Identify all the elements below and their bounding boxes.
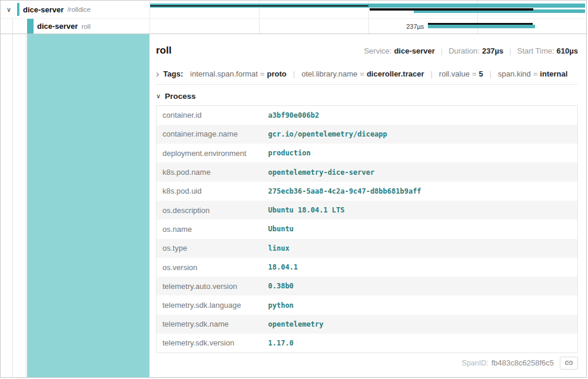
span-operation-name[interactable]: /rolldice bbox=[67, 6, 91, 13]
spanid-label: SpanID: bbox=[462, 359, 489, 367]
separator: | bbox=[490, 69, 491, 78]
span-name-column[interactable]: ∨ dice-server /rolldice bbox=[1, 1, 150, 18]
timeline-area bbox=[150, 1, 586, 18]
process-value: Ubuntu 18.04.1 LTS bbox=[263, 201, 578, 220]
detail-header: roll Service:dice-server|Duration:237µs|… bbox=[156, 45, 578, 60]
separator: | bbox=[430, 69, 432, 78]
process-key: telemetry.sdk.version bbox=[157, 334, 263, 353]
process-key: deployment.environment bbox=[157, 144, 263, 162]
table-row: telemetry.auto.version0.38b0 bbox=[157, 277, 578, 295]
tag-item: internal.span.format=proto bbox=[190, 69, 287, 78]
process-value: python bbox=[263, 295, 578, 314]
process-key: os.description bbox=[157, 201, 263, 220]
span-row-roll[interactable]: dice-server roll 237µs bbox=[1, 19, 586, 34]
process-value: 275ecb36-5aa8-4c2a-9c47-d8bb681b9aff bbox=[263, 182, 578, 201]
process-key: container.image.name bbox=[157, 125, 263, 144]
span-operation-name[interactable]: roll bbox=[81, 23, 90, 30]
span-duration-label: 237µs bbox=[368, 23, 424, 30]
service-value: dice-server bbox=[394, 46, 434, 55]
process-key: os.version bbox=[157, 258, 263, 277]
span-summary: Service:dice-server|Duration:237µs|Start… bbox=[364, 46, 578, 55]
process-value: a3bf90e006b2 bbox=[263, 106, 578, 125]
span-title: roll bbox=[156, 45, 171, 56]
minimap-bar bbox=[370, 8, 533, 11]
span-color-bar bbox=[17, 3, 19, 16]
tree-guide-line bbox=[26, 34, 26, 377]
table-row: telemetry.sdk.languagepython bbox=[157, 295, 578, 314]
table-row: k8s.pod.nameopentelemetry-dice-server bbox=[157, 162, 578, 181]
process-kv-table: container.ida3bf90e006b2 container.image… bbox=[156, 105, 578, 353]
separator: | bbox=[441, 46, 443, 55]
process-key: os.type bbox=[157, 239, 263, 258]
process-value: opentelemetry bbox=[263, 315, 578, 334]
table-row: os.typelinux bbox=[157, 239, 578, 258]
span-bar-roll[interactable] bbox=[428, 25, 535, 28]
separator: | bbox=[293, 69, 295, 78]
deep-link-button[interactable] bbox=[560, 357, 578, 370]
table-row: os.descriptionUbuntu 18.04.1 LTS bbox=[157, 201, 578, 220]
span-name-column[interactable]: dice-server roll bbox=[1, 19, 150, 34]
service-label: Service: bbox=[364, 46, 391, 55]
table-row: container.image.namegcr.io/opentelemetry… bbox=[157, 125, 578, 144]
span-color-bar bbox=[27, 19, 34, 34]
tag-item: otel.library.name=diceroller.tracer bbox=[301, 69, 424, 78]
spanid-value: fb483c8c6258f6c5 bbox=[491, 358, 554, 367]
table-row: os.nameUbuntu bbox=[157, 220, 578, 238]
collapse-chevron-icon[interactable]: ∨ bbox=[5, 6, 12, 14]
process-key: telemetry.sdk.language bbox=[157, 295, 263, 314]
trace-detail-view: ∨ dice-server /rolldice dice-server roll… bbox=[0, 0, 587, 378]
tags-label: Tags: bbox=[163, 69, 183, 78]
table-row: deployment.environmentproduction bbox=[157, 144, 578, 162]
process-label: Process bbox=[165, 92, 196, 101]
process-key: telemetry.sdk.name bbox=[157, 315, 263, 334]
table-row: telemetry.sdk.version1.17.0 bbox=[157, 334, 578, 353]
process-accordion[interactable]: ∨ Process bbox=[156, 92, 578, 101]
process-key: container.id bbox=[157, 106, 263, 125]
duration-value: 237µs bbox=[482, 46, 503, 55]
chevron-right-icon: › bbox=[156, 70, 159, 78]
timeline-gridline bbox=[259, 19, 260, 34]
tag-item: span.kind=internal bbox=[498, 69, 567, 78]
process-value: production bbox=[263, 144, 578, 162]
process-value: 1.17.0 bbox=[263, 334, 578, 353]
detail-footer: SpanID: fb483c8c6258f6c5 bbox=[156, 357, 578, 370]
link-icon bbox=[564, 358, 573, 367]
tree-guide-line bbox=[12, 19, 13, 377]
process-value: opentelemetry-dice-server bbox=[263, 162, 578, 181]
minimap-bar bbox=[150, 5, 368, 6]
span-row-rolldice[interactable]: ∨ dice-server /rolldice bbox=[1, 1, 586, 19]
chevron-down-icon: ∨ bbox=[156, 92, 161, 100]
table-row: container.ida3bf90e006b2 bbox=[157, 106, 578, 125]
process-value: 0.38b0 bbox=[263, 277, 578, 295]
table-row: k8s.pod.uid275ecb36-5aa8-4c2a-9c47-d8bb6… bbox=[157, 182, 578, 201]
table-row: telemetry.sdk.nameopentelemetry bbox=[157, 315, 578, 334]
process-value: gcr.io/opentelemetry/diceapp bbox=[263, 125, 578, 144]
process-value: Ubuntu bbox=[263, 220, 578, 238]
process-key: os.name bbox=[157, 220, 263, 238]
selected-span-color-block bbox=[27, 34, 150, 377]
span-service-name[interactable]: dice-server bbox=[23, 5, 64, 14]
separator: | bbox=[509, 46, 511, 55]
tags-accordion[interactable]: › Tags: internal.span.format=proto | ote… bbox=[156, 69, 578, 85]
process-value: 18.04.1 bbox=[263, 258, 578, 277]
tag-item: roll.value=5 bbox=[439, 69, 483, 78]
duration-label: Duration: bbox=[449, 46, 480, 55]
timeline-area: 237µs bbox=[150, 19, 586, 34]
process-key: telemetry.auto.version bbox=[157, 277, 263, 295]
process-value: linux bbox=[263, 239, 578, 258]
process-key: k8s.pod.uid bbox=[157, 182, 263, 201]
process-key: k8s.pod.name bbox=[157, 162, 263, 181]
start-time-label: Start Time: bbox=[517, 46, 554, 55]
table-row: os.version18.04.1 bbox=[157, 258, 578, 277]
span-detail-panel: roll Service:dice-server|Duration:237µs|… bbox=[150, 34, 586, 377]
start-time-value: 610µs bbox=[557, 46, 578, 55]
span-service-name[interactable]: dice-server bbox=[37, 22, 78, 31]
